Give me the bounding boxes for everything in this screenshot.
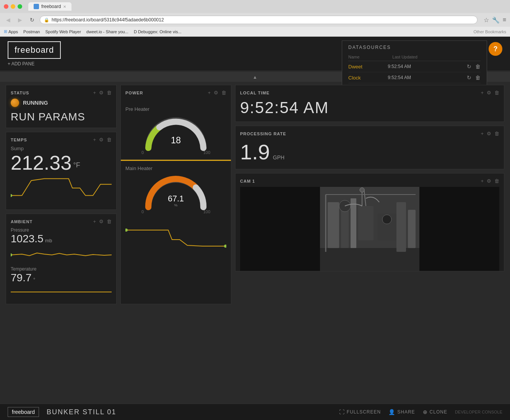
clock-refresh-icon[interactable]: ↻ — [467, 75, 471, 81]
local-time-add-icon[interactable]: + — [481, 90, 484, 96]
temps-actions: + ⚙ 🗑 — [93, 137, 112, 143]
cam-delete-icon[interactable]: 🗑 — [494, 178, 499, 184]
processing-rate-header: PROCESSING RATE + ⚙ 🗑 — [240, 131, 499, 136]
main-heater-max: 100 — [203, 209, 210, 214]
rate-settings-icon[interactable]: ⚙ — [487, 131, 491, 136]
power-settings-icon[interactable]: ⚙ — [214, 90, 218, 96]
power-widget-header: POWER + ⚙ 🗑 — [121, 85, 231, 99]
svg-point-0 — [11, 194, 12, 197]
rate-delete-icon[interactable]: 🗑 — [494, 131, 499, 136]
col-name-header: Name — [348, 55, 392, 59]
svg-rect-11 — [341, 210, 349, 248]
main-heater-labels: 0 100 — [141, 209, 210, 214]
pre-heater-label: Pre Heater — [125, 106, 226, 112]
add-pane-button[interactable]: + ADD PANE — [8, 61, 61, 66]
ambient-settings-icon[interactable]: ⚙ — [99, 219, 104, 224]
browser-tab[interactable]: freeboard ✕ — [28, 2, 71, 11]
share-button[interactable]: 👤 SHARE — [388, 409, 415, 415]
ambient-title: AMBIENT — [11, 219, 32, 224]
fullscreen-button[interactable]: ⛶ FULLSCREEN — [339, 409, 381, 415]
menu-icon[interactable]: ≡ — [503, 16, 506, 24]
extensions-icon[interactable]: 🔧 — [492, 16, 500, 24]
dweet-delete-icon[interactable]: 🗑 — [475, 63, 481, 70]
local-time-settings-icon[interactable]: ⚙ — [487, 90, 491, 96]
dweet-actions: ↻ 🗑 — [467, 63, 481, 70]
cam-svg — [240, 187, 499, 271]
processing-rate-title: PROCESSING RATE — [240, 131, 286, 136]
temps-add-icon[interactable]: + — [93, 137, 96, 143]
bookmark-postman[interactable]: Postman — [23, 29, 40, 34]
ambient-temp-unit: ° — [33, 277, 35, 282]
clock-name[interactable]: Clock — [348, 75, 388, 81]
cam-image — [240, 187, 499, 271]
status-settings-icon[interactable]: ⚙ — [99, 90, 104, 96]
temps-chart — [11, 173, 112, 203]
status-delete-icon[interactable]: 🗑 — [107, 90, 112, 96]
power-delete-icon[interactable]: 🗑 — [221, 90, 226, 96]
bookmark-spotify[interactable]: Spotify Web Player — [45, 29, 81, 34]
temps-delete-icon[interactable]: 🗑 — [107, 137, 112, 143]
close-window-button[interactable] — [4, 4, 8, 9]
dweet-name[interactable]: Dweet — [348, 64, 388, 70]
tab-close-button[interactable]: ✕ — [63, 5, 66, 9]
ambient-delete-icon[interactable]: 🗑 — [107, 219, 112, 224]
bottom-right: ⛶ FULLSCREEN 👤 SHARE ⊕ CLONE DEVELOPER C… — [339, 409, 502, 415]
rate-number: 1.9 — [240, 139, 270, 164]
main-heater-label: Main Heater — [125, 165, 226, 171]
url-text: https://freeboard.io/board/5318c944f5ada… — [52, 17, 164, 23]
dweet-refresh-icon[interactable]: ↻ — [467, 63, 471, 70]
collapse-icon: ▲ — [253, 75, 257, 80]
temp-value-display: 212.33 °F — [11, 153, 112, 173]
maximize-window-button[interactable] — [18, 4, 22, 9]
clone-button[interactable]: ⊕ CLONE — [423, 409, 447, 415]
clock-delete-icon[interactable]: 🗑 — [475, 75, 481, 81]
logo-text: freeboard — [15, 45, 54, 55]
ambient-widget: AMBIENT + ⚙ 🗑 Pressure 1023.5 mb — [6, 214, 117, 304]
temps-settings-icon[interactable]: ⚙ — [99, 137, 104, 143]
forward-button[interactable]: ▶ — [16, 16, 24, 24]
nav-icons: ☆ 🔧 ≡ — [484, 16, 506, 24]
datasources-title: DATASOURCES — [348, 45, 481, 50]
status-running-label: RUNNING — [23, 100, 48, 106]
pressure-label: Pressure — [11, 227, 112, 233]
minimize-window-button[interactable] — [11, 4, 15, 9]
power-chart-container — [121, 219, 231, 255]
ambient-temp-chart — [11, 286, 112, 298]
datasources-header: Name Last Updated — [348, 53, 481, 61]
other-bookmarks[interactable]: Other Bookmarks — [473, 29, 506, 34]
rate-add-icon[interactable]: + — [481, 131, 484, 136]
svg-rect-13 — [351, 198, 356, 248]
help-button[interactable]: ? — [489, 42, 502, 56]
cam-settings-icon[interactable]: ⚙ — [487, 178, 491, 184]
svg-text:67.1: 67.1 — [168, 194, 184, 203]
power-title: POWER — [125, 91, 143, 95]
ambient-add-icon[interactable]: + — [93, 219, 96, 224]
power-add-icon[interactable]: + — [208, 90, 211, 96]
tab-title: freeboard — [41, 4, 61, 9]
datasource-row-dweet: Dweet 9:52:54 AM ↻ 🗑 — [348, 61, 481, 72]
processing-rate-actions: + ⚙ 🗑 — [481, 131, 499, 136]
main-heater-section: Main Heater 67.1 % — [121, 161, 231, 219]
status-indicator: RUNNING — [11, 99, 112, 107]
status-add-icon[interactable]: + — [93, 90, 96, 96]
status-actions: + ⚙ 🗑 — [93, 90, 112, 96]
local-time-widget: LOCAL TIME + ⚙ 🗑 9:52:54 AM — [235, 85, 504, 122]
bookmark-icon[interactable]: ☆ — [484, 16, 489, 24]
local-time-delete-icon[interactable]: 🗑 — [494, 90, 499, 96]
url-bar[interactable]: 🔒 https://freeboard.io/board/5318c944f5a… — [40, 16, 478, 24]
bookmark-dweet[interactable]: dweet.io - Share you... — [86, 29, 128, 34]
developer-console-link[interactable]: DEVELOPER CONSOLE — [455, 410, 502, 414]
cam-add-icon[interactable]: + — [481, 178, 484, 184]
status-widget-header: STATUS + ⚙ 🗑 — [11, 90, 112, 96]
back-button[interactable]: ◀ — [4, 16, 13, 24]
reload-button[interactable]: ↻ — [28, 16, 37, 24]
rate-display: 1.9 GPH — [240, 139, 499, 164]
rate-unit: GPH — [273, 154, 284, 161]
pre-heater-max: 100 — [203, 150, 210, 155]
time-value: 9:52:54 AM — [240, 99, 499, 117]
cam-actions: + ⚙ 🗑 — [481, 178, 499, 184]
pressure-unit: mb — [45, 238, 52, 243]
bottom-project-title: BUNKER STILL 01 — [47, 408, 116, 416]
bookmark-apps[interactable]: ⊞ Apps — [4, 29, 18, 34]
bookmark-debuggex[interactable]: D Debuggex: Online vis... — [134, 29, 182, 34]
